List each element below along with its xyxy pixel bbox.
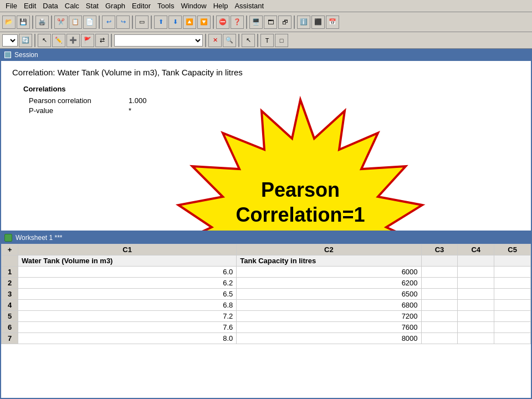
nav-dropdown[interactable] [2, 34, 18, 47]
menu-editor[interactable]: Editor [129, 1, 154, 11]
menu-calc[interactable]: Calc [62, 1, 83, 11]
cut-button[interactable]: ✂️ [54, 16, 68, 29]
session-titlebar: Session [1, 49, 531, 61]
cell-c1-1[interactable]: 6.0 [18, 267, 237, 278]
cell-c2-5[interactable]: 7200 [237, 311, 421, 322]
menu-window[interactable]: Window [177, 1, 209, 11]
edit-button[interactable]: ✏️ [52, 34, 65, 47]
menu-help[interactable]: Help [210, 1, 232, 11]
col-header-c2[interactable]: C2 [237, 244, 421, 255]
col-name-c2[interactable]: Tank Capacity in litres [237, 255, 421, 267]
cell-c1-3[interactable]: 6.5 [18, 289, 237, 300]
cell-c5-4[interactable] [494, 300, 531, 311]
cell-c3-3[interactable] [421, 289, 458, 300]
cell-c4-4[interactable] [458, 300, 494, 311]
move-down-button[interactable]: 🔽 [197, 16, 211, 29]
toolbar2-sep-4 [238, 34, 239, 47]
cell-c3-4[interactable] [421, 300, 458, 311]
cell-c5-6[interactable] [494, 322, 531, 333]
menu-file[interactable]: File [2, 1, 21, 11]
down-button[interactable]: ⬇ [168, 16, 182, 29]
expand-button[interactable]: ⬛ [311, 16, 325, 29]
cell-c2-6[interactable]: 7600 [237, 322, 421, 333]
add-button[interactable]: ➕ [66, 34, 80, 47]
monitor-button[interactable]: 🖥️ [249, 16, 263, 29]
cell-c1-5[interactable]: 7.2 [18, 311, 237, 322]
cell-c4-3[interactable] [458, 289, 494, 300]
col-header-c3[interactable]: C3 [421, 244, 458, 255]
cell-c3-2[interactable] [421, 278, 458, 289]
pvalue-row: P-value * [29, 106, 520, 115]
swap-button[interactable]: ⇄ [95, 34, 109, 47]
cell-c1-6[interactable]: 7.6 [18, 322, 237, 333]
cell-c2-3[interactable]: 6500 [237, 289, 421, 300]
cell-c1-2[interactable]: 6.2 [18, 278, 237, 289]
pvalue-value: * [129, 106, 131, 115]
cell-c5-2[interactable] [494, 278, 531, 289]
info-button[interactable]: ℹ️ [297, 16, 310, 29]
delete-button[interactable]: ✕ [208, 34, 222, 47]
menu-tools[interactable]: Tools [154, 1, 177, 11]
toolbar-main: 📂 💾 🖨️ ✂️ 📋 📄 ↩ ↪ ▭ ⬆ ⬇ 🔼 🔽 ⛔ ❓ 🖥️ 🗔 🗗 ℹ… [0, 12, 532, 32]
cell-c1-4[interactable]: 6.8 [18, 300, 237, 311]
cell-c2-7[interactable]: 8000 [237, 333, 421, 344]
calendar-button[interactable]: 📅 [326, 16, 339, 29]
cell-c4-2[interactable] [458, 278, 494, 289]
cell-c2-2[interactable]: 6200 [237, 278, 421, 289]
up-button[interactable]: ⬆ [154, 16, 167, 29]
table-row: 7 8.0 8000 [2, 333, 531, 344]
toolbar-sep-8 [294, 16, 295, 29]
cell-c5-3[interactable] [494, 289, 531, 300]
cell-c3-7[interactable] [421, 333, 458, 344]
flag-button[interactable]: 🚩 [81, 34, 94, 47]
cell-c3-5[interactable] [421, 311, 458, 322]
cell-c1-7[interactable]: 8.0 [18, 333, 237, 344]
save-button[interactable]: 💾 [17, 16, 30, 29]
data-table: + C1 C2 C3 C4 C5 Water Tank (Volume in m… [1, 244, 531, 344]
cell-c4-5[interactable] [458, 311, 494, 322]
menu-graph[interactable]: Graph [102, 1, 129, 11]
move-up-button[interactable]: 🔼 [183, 16, 196, 29]
cursor-button[interactable]: ↖ [242, 34, 255, 47]
col-header-c5[interactable]: C5 [494, 244, 531, 255]
col-name-c4 [458, 255, 494, 267]
cell-c4-1[interactable] [458, 267, 494, 278]
cell-c4-6[interactable] [458, 322, 494, 333]
font-dropdown[interactable] [114, 34, 203, 47]
help-button[interactable]: ❓ [231, 16, 244, 29]
shape-button[interactable]: □ [275, 34, 288, 47]
table-row: 3 6.5 6500 [2, 289, 531, 300]
undo-button[interactable]: ↩ [102, 16, 115, 29]
rect-button[interactable]: ▭ [135, 16, 149, 29]
arrow-button[interactable]: ↖ [38, 34, 51, 47]
search-button[interactable]: 🔍 [223, 34, 236, 47]
stop-button[interactable]: ⛔ [216, 16, 229, 29]
cell-c3-1[interactable] [421, 267, 458, 278]
cell-c5-5[interactable] [494, 311, 531, 322]
window-button[interactable]: 🗔 [264, 16, 277, 29]
cell-c2-4[interactable]: 6800 [237, 300, 421, 311]
col-header-c4[interactable]: C4 [458, 244, 494, 255]
cell-c4-7[interactable] [458, 333, 494, 344]
menu-stat[interactable]: Stat [83, 1, 102, 11]
toolbar-sep-6 [213, 16, 214, 29]
text-button[interactable]: T [260, 34, 274, 47]
row-num-7: 7 [2, 333, 18, 344]
cell-c5-1[interactable] [494, 267, 531, 278]
menu-assistant[interactable]: Assistant [231, 1, 267, 11]
cell-c2-1[interactable]: 6000 [237, 267, 421, 278]
window2-button[interactable]: 🗗 [278, 16, 291, 29]
paste-button[interactable]: 📄 [83, 16, 96, 29]
table-row: 4 6.8 6800 [2, 300, 531, 311]
col-header-c1[interactable]: C1 [18, 244, 237, 255]
print-button[interactable]: 🖨️ [35, 16, 49, 29]
copy-button[interactable]: 📋 [69, 16, 82, 29]
menu-data[interactable]: Data [39, 1, 61, 11]
menu-edit[interactable]: Edit [21, 1, 39, 11]
cell-c5-7[interactable] [494, 333, 531, 344]
refresh-button[interactable]: 🔄 [19, 34, 32, 47]
redo-button[interactable]: ↪ [116, 16, 130, 29]
open-button[interactable]: 📂 [2, 16, 16, 29]
cell-c3-6[interactable] [421, 322, 458, 333]
col-name-c1[interactable]: Water Tank (Volume in m3) [18, 255, 237, 267]
